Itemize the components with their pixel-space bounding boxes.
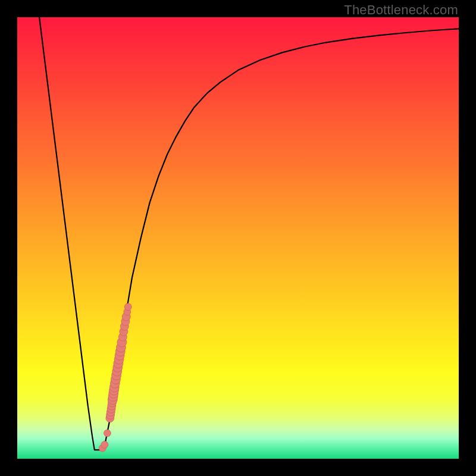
bottleneck-curve [39,17,459,450]
chart-svg [17,17,459,459]
chart-frame: TheBottleneck.com [0,0,476,476]
highlight-dot [124,303,131,311]
highlight-dot [101,441,108,448]
highlight-dots [99,303,131,452]
highlight-dot [104,430,111,437]
watermark-text: TheBottleneck.com [344,2,458,18]
plot-area [17,17,459,459]
